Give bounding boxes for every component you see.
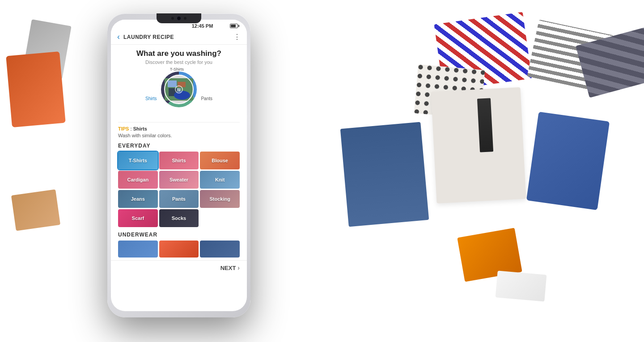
tile-pants-label: Pants — [172, 196, 186, 202]
tips-label: TIPS : Shirts — [118, 126, 240, 131]
bg-cloth-orange — [6, 51, 65, 127]
battery-icon — [230, 24, 238, 28]
back-button[interactable]: ‹ — [117, 32, 120, 42]
question-subtitle: Discover the best cycle for you — [118, 59, 240, 65]
svg-text:🔄: 🔄 — [177, 88, 181, 92]
tile-shirts[interactable]: Shirts — [159, 152, 199, 169]
tile-scarf[interactable]: Scarf — [118, 209, 158, 227]
phone-notch — [157, 13, 201, 23]
tile-underwear-1[interactable] — [118, 241, 158, 258]
tile-blouse[interactable]: Blouse — [200, 152, 240, 169]
underwear-items-grid — [118, 241, 240, 258]
svg-rect-3 — [168, 80, 177, 87]
tile-jeans-label: Jeans — [131, 196, 145, 202]
pie-section: T-Shirts Shirts Pants — [118, 69, 240, 118]
scene: 12:45 PM ‹ LAUNDRY RECIPE ⋮ — [0, 0, 644, 342]
bg-cloth-tan — [11, 189, 60, 231]
pie-chart-svg[interactable]: 🔄 — [159, 69, 199, 110]
tile-socks[interactable]: Socks — [159, 209, 199, 227]
pie-label-tshirts: T-Shirts — [170, 67, 184, 72]
app-content: What are you washing? Discover the best … — [111, 45, 247, 260]
tile-knit[interactable]: Knit — [200, 171, 240, 189]
category-everyday-label: EVERYDAY — [118, 143, 240, 149]
status-time: 12:45 PM — [175, 23, 230, 29]
tips-section: TIPS : Shirts Wash with similar colors. — [118, 122, 240, 138]
bg-cloth-jeans — [340, 122, 429, 227]
phone-outer: 12:45 PM ‹ LAUNDRY RECIPE ⋮ — [107, 13, 250, 317]
next-button[interactable]: NEXT › — [220, 264, 240, 271]
tile-stocking-label: Stocking — [209, 196, 230, 202]
bg-cloth-socks — [496, 270, 547, 301]
next-arrow-icon: › — [237, 264, 240, 271]
next-label: NEXT — [220, 265, 236, 271]
tile-sweater-label: Sweater — [169, 177, 188, 182]
tips-word: TIPS — [118, 126, 129, 131]
tile-underwear-3[interactable] — [200, 241, 240, 258]
tips-item: Shirts — [133, 126, 147, 131]
category-underwear-label: UNDERWEAR — [118, 232, 240, 238]
tile-tshirts[interactable]: T-Shirts — [118, 152, 158, 169]
tile-stocking[interactable]: Stocking — [200, 190, 240, 208]
notch-dot-2 — [184, 17, 186, 20]
tile-knit-label: Knit — [215, 177, 225, 182]
notch-camera — [177, 16, 181, 21]
bg-cloth-blue-jeans — [526, 112, 610, 210]
more-button[interactable]: ⋮ — [233, 33, 241, 41]
next-section: NEXT › — [111, 260, 247, 275]
tile-cardigan-label: Cardigan — [127, 177, 148, 182]
header-title: LAUNDRY RECIPE — [123, 34, 233, 40]
phone-wrapper: 12:45 PM ‹ LAUNDRY RECIPE ⋮ — [76, 13, 282, 335]
phone-screen: 12:45 PM ‹ LAUNDRY RECIPE ⋮ — [111, 20, 247, 311]
pie-chart-wrapper: T-Shirts Shirts Pants — [150, 69, 208, 114]
question-title: What are you washing? — [118, 49, 240, 58]
pie-label-shirts: Shirts — [145, 96, 157, 101]
tile-pants[interactable]: Pants — [159, 190, 199, 208]
status-icons — [230, 24, 238, 28]
svg-rect-4 — [178, 82, 186, 87]
tips-text: Wash with similar colors. — [118, 133, 240, 138]
tile-cardigan[interactable]: Cardigan — [118, 171, 158, 189]
tile-sweater[interactable]: Sweater — [159, 171, 199, 189]
tile-shirts-label: Shirts — [172, 158, 186, 163]
app-header: ‹ LAUNDRY RECIPE ⋮ — [111, 30, 247, 45]
bg-cloth-tie — [477, 98, 493, 152]
tile-socks-label: Socks — [172, 215, 186, 221]
tile-underwear-2[interactable] — [159, 241, 199, 258]
notch-dot-1 — [171, 17, 174, 20]
tile-jeans[interactable]: Jeans — [118, 190, 158, 208]
tile-tshirts-label: T-Shirts — [129, 158, 147, 163]
tile-blouse-label: Blouse — [212, 158, 228, 163]
pie-label-pants: Pants — [201, 96, 212, 101]
tile-scarf-label: Scarf — [132, 215, 144, 221]
everyday-items-grid: T-Shirts Shirts Blouse Cardigan — [118, 152, 240, 227]
